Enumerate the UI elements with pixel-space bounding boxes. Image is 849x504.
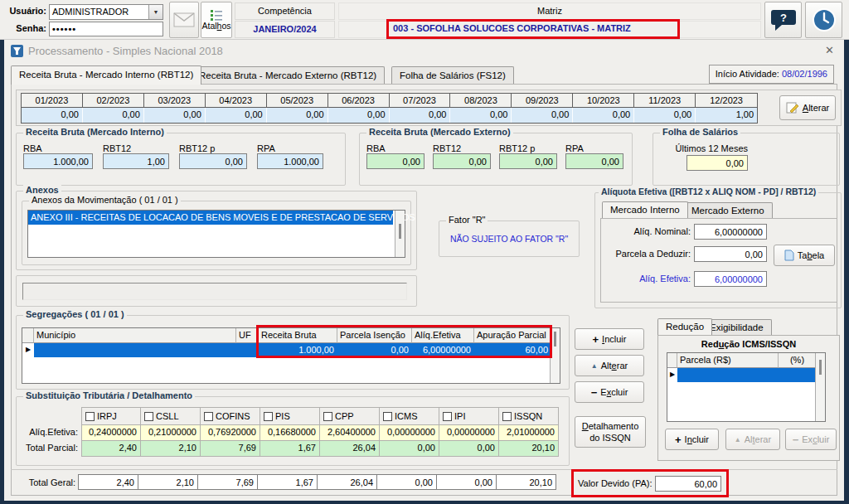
checkbox-issqn[interactable] xyxy=(502,412,512,421)
vertical-scrollbar[interactable] xyxy=(395,211,405,257)
month-value[interactable]: 0,00 xyxy=(328,108,390,123)
reducao-alterar-button[interactable]: ▲Alterar xyxy=(725,429,780,450)
competencia-value[interactable]: JANEIRO/2024 xyxy=(235,21,335,38)
tab-mercado-interno[interactable]: Receita Bruta - Mercado Interno (RBT12) xyxy=(11,65,201,85)
reducao-grid[interactable]: Parcela (R$) (%) ▶ xyxy=(667,352,826,422)
total-parcial-row-label: Total Parcial: xyxy=(22,441,81,457)
rbt12-ext-field[interactable]: 0,00 xyxy=(433,153,491,169)
cell-uf[interactable] xyxy=(236,343,259,357)
total-cell: 2,10 xyxy=(141,441,201,457)
tab-folha-salarios[interactable]: Folha de Salários (FS12) xyxy=(391,66,514,85)
mail-button[interactable] xyxy=(169,2,199,38)
rbt12p-field[interactable]: 0,00 xyxy=(179,153,247,169)
month-value[interactable]: 0,00 xyxy=(573,108,634,123)
subst-header-row: IRPJ CSLL COFINS PIS CPP ICMS IPI ISSQN xyxy=(22,407,559,425)
checkbox-csll[interactable] xyxy=(144,412,153,421)
cell-parcela[interactable] xyxy=(677,368,779,382)
tab-mercado-externo[interactable]: Receita Bruta - Mercado Externo (RBT12) xyxy=(191,66,385,85)
month-header: 02/2023 xyxy=(83,94,144,108)
segregacoes-header-row: Município UF Receita Bruta Parcela Isenç… xyxy=(22,328,560,343)
clock-icon xyxy=(812,7,837,32)
groupbox-aliquota-efetiva: Alíquota Efetiva ([RBT12 x ALIQ NOM - PD… xyxy=(594,192,842,308)
atalhos-label: Atalhos xyxy=(201,21,230,31)
month-value[interactable]: 0,00 xyxy=(390,108,451,123)
segregacoes-selected-row[interactable]: ▶ 1.000,00 0,00 6,00000000 60,00 xyxy=(22,343,560,357)
month-value[interactable]: 0,00 xyxy=(22,108,83,123)
month-value[interactable]: 0,00 xyxy=(512,108,573,123)
reducao-selected-row[interactable]: ▶ xyxy=(667,368,825,382)
close-icon[interactable]: ✕ xyxy=(825,44,834,56)
month-value[interactable]: 0,00 xyxy=(267,108,328,123)
alterar-button[interactable]: ▲Alterar xyxy=(575,355,644,376)
checkbox-cpp[interactable] xyxy=(323,412,332,421)
tab-aliq-mercado-externo[interactable]: Mercado Externo xyxy=(683,202,773,218)
reducao-excluir-button[interactable]: −Excluir xyxy=(785,429,837,450)
months-grid[interactable]: 01/2023 02/2023 03/2023 04/2023 05/2023 … xyxy=(21,93,758,124)
months-panel: 01/2023 02/2023 03/2023 04/2023 05/2023 … xyxy=(16,90,842,126)
user-combobox[interactable]: ADMINISTRADOR ▼ xyxy=(49,4,163,20)
parcela-deduzir-field[interactable]: 0,00 xyxy=(694,246,767,262)
matriz-cell[interactable] xyxy=(338,21,761,38)
month-value[interactable]: 0,00 xyxy=(450,108,512,123)
password-label: Senha: xyxy=(2,23,46,33)
month-header: 10/2023 xyxy=(573,94,634,108)
cell-receita-bruta[interactable]: 1.000,00 xyxy=(259,343,337,357)
aliq-efetiva-field[interactable]: 6,00000000 xyxy=(694,271,767,287)
groupbox-anexos: Anexos Anexos da Movimentação ( 01 / 01 … xyxy=(16,191,417,270)
top-toolbar: Usuário: ADMINISTRADOR ▼ Senha: •••••• A… xyxy=(0,0,849,40)
total-cell: 2,40 xyxy=(81,441,141,457)
rpa-field[interactable]: 1.000,00 xyxy=(257,153,323,169)
cell-apuracao-parcial[interactable]: 60,00 xyxy=(474,343,551,357)
cell-parcela-isencao[interactable]: 0,00 xyxy=(337,343,412,357)
month-value[interactable]: 0,00 xyxy=(83,108,144,123)
month-value[interactable]: 0,00 xyxy=(634,108,696,123)
scrollbar-thumb[interactable] xyxy=(399,224,401,239)
tax-header: CPP xyxy=(320,407,380,425)
detalhamento-issqn-button[interactable]: Detalhamento do ISSQN xyxy=(575,416,646,448)
segregacoes-grid[interactable]: Município UF Receita Bruta Parcela Isenç… xyxy=(22,327,560,384)
checkbox-icms[interactable] xyxy=(383,412,392,421)
password-input[interactable]: •••••• xyxy=(49,22,163,36)
tab-reducao[interactable]: Redução xyxy=(657,318,712,335)
vertical-scrollbar[interactable] xyxy=(550,328,560,383)
cell-percent[interactable] xyxy=(779,368,816,382)
month-value[interactable]: 0,00 xyxy=(206,108,267,123)
vertical-scrollbar[interactable] xyxy=(815,353,825,421)
checkbox-pis[interactable] xyxy=(264,412,273,421)
scrollbar-thumb[interactable] xyxy=(819,360,822,375)
checkbox-irpj[interactable] xyxy=(85,412,95,421)
fs12-field[interactable]: 0,00 xyxy=(686,155,748,171)
aliq-nominal-field[interactable]: 6,00000000 xyxy=(694,224,767,240)
tax-header: IPI xyxy=(439,407,499,425)
empty-field xyxy=(22,283,407,300)
anexo-list-item[interactable]: ANEXO III - RECEITAS DE LOCACAO DE BENS … xyxy=(28,211,393,225)
reducao-incluir-button[interactable]: +Incluir xyxy=(665,429,719,450)
atalhos-button[interactable]: Atalhos xyxy=(201,2,232,38)
excluir-button[interactable]: −Excluir xyxy=(575,381,644,403)
history-button[interactable] xyxy=(805,2,842,38)
cell-municipio[interactable] xyxy=(34,343,236,357)
aliq-efetiva-row-label: Alíq.Efetiva: xyxy=(22,425,81,441)
inicio-atividade-label: Início Atividade: xyxy=(716,69,779,79)
help-button[interactable]: ? xyxy=(764,2,802,38)
competencia-label: Competência xyxy=(235,2,335,20)
rba-ext-field[interactable]: 0,00 xyxy=(366,153,424,169)
rba-field[interactable]: 1.000,00 xyxy=(23,153,93,169)
month-value[interactable]: 0,00 xyxy=(144,108,206,123)
checkbox-cofins[interactable] xyxy=(204,412,213,421)
chevron-down-icon[interactable]: ▼ xyxy=(148,5,163,19)
rbt12p-ext-field[interactable]: 0,00 xyxy=(499,153,557,169)
incluir-button[interactable]: +Incluir xyxy=(575,328,644,350)
rpa-ext-field[interactable]: 0,00 xyxy=(565,153,623,169)
anexos-listbox[interactable]: ANEXO III - RECEITAS DE LOCACAO DE BENS … xyxy=(27,210,405,258)
checkbox-ipi[interactable] xyxy=(443,412,452,421)
cell-aliq-efetiva[interactable]: 6,00000000 xyxy=(412,343,474,357)
total-geral-cell: 20,10 xyxy=(496,474,556,490)
tab-aliq-mercado-interno[interactable]: Mercado Interno xyxy=(602,201,688,218)
alterar-months-button[interactable]: Alterar xyxy=(779,95,836,120)
scrollbar-thumb[interactable] xyxy=(554,332,556,346)
rbt12-field[interactable]: 1,00 xyxy=(103,153,169,169)
month-value[interactable]: 1,00 xyxy=(696,108,757,123)
tabela-button[interactable]: Tabela xyxy=(774,245,835,266)
rbt12p-ext-label: RBT12 p xyxy=(499,143,557,153)
